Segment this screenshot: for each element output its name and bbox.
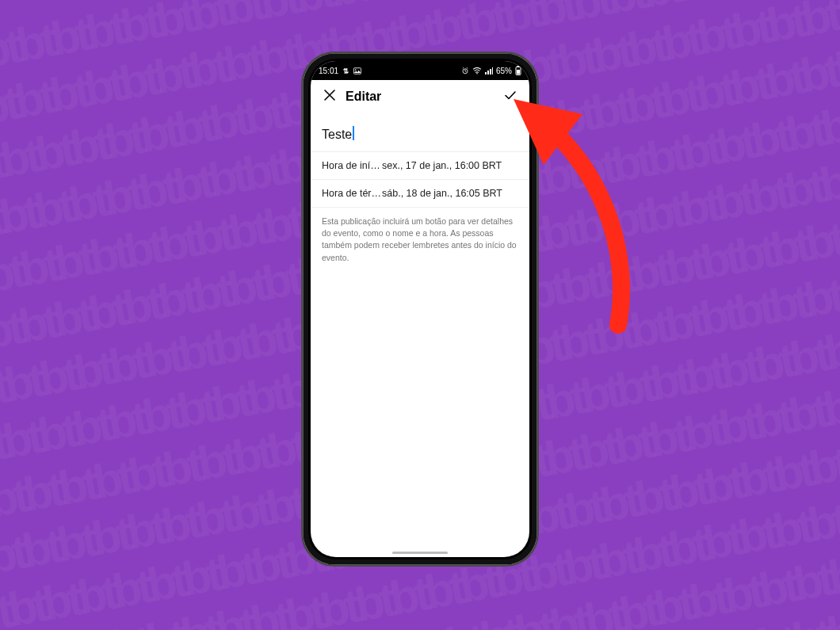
- end-time-value: sáb., 18 de jan., 16:05 BRT: [382, 188, 518, 199]
- text-caret: [353, 126, 353, 140]
- check-icon: [502, 87, 518, 106]
- svg-rect-0: [353, 67, 361, 74]
- app-header: Editar: [311, 80, 529, 113]
- image-indicator-icon: [353, 67, 361, 74]
- phone-bezel: 15:01: [308, 59, 532, 559]
- alarm-icon: [461, 67, 469, 74]
- event-description: Esta publicação incluirá um botão para v…: [311, 208, 529, 272]
- phone-screen: 15:01: [311, 61, 529, 557]
- home-indicator: [392, 552, 448, 554]
- data-indicator-icon: [342, 67, 349, 74]
- svg-point-3: [476, 73, 477, 74]
- signal-icon: [485, 67, 493, 74]
- header-title: Editar: [346, 90, 381, 104]
- start-time-row[interactable]: Hora de iní… sex., 17 de jan., 16:00 BRT: [311, 152, 529, 180]
- start-time-value: sex., 17 de jan., 16:00 BRT: [382, 160, 518, 171]
- battery-percent: 65%: [496, 67, 512, 75]
- svg-rect-6: [517, 70, 520, 74]
- close-icon: [323, 88, 337, 105]
- svg-rect-5: [517, 66, 520, 67]
- status-time: 15:01: [319, 67, 338, 75]
- confirm-button[interactable]: [499, 86, 521, 108]
- battery-icon: [515, 66, 521, 75]
- phone-notch: [376, 59, 464, 73]
- end-time-label: Hora de tér…: [322, 188, 382, 199]
- start-time-label: Hora de iní…: [322, 160, 382, 171]
- end-time-row[interactable]: Hora de tér… sáb., 18 de jan., 16:05 BRT: [311, 180, 529, 208]
- close-button[interactable]: [319, 86, 341, 108]
- svg-point-1: [355, 69, 357, 71]
- wifi-icon: [472, 67, 482, 74]
- phone-frame: 15:01: [301, 52, 539, 567]
- event-title-field[interactable]: Teste: [311, 113, 529, 147]
- event-title-value: Teste: [322, 128, 352, 142]
